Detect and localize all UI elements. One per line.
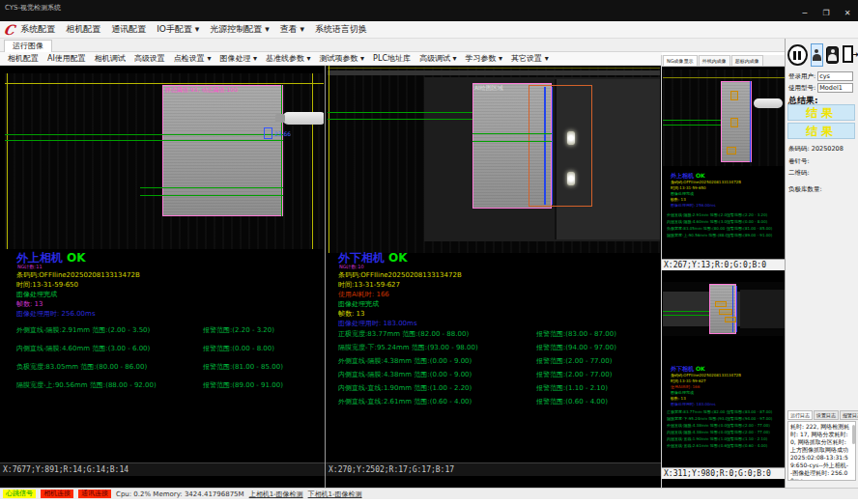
status-bar: 心跳信号 相机连接 通讯连接 Cpu: 0.2% Memory: 3424.41… (0, 488, 858, 499)
threshold-overlay-label: 静态阈值:93, 动态阈值:100 (165, 86, 238, 95)
preview-bottom-barcode: 条码码:OFFIline2025020813313472B (671, 373, 741, 378)
measurement-row: 内侧直线-隔膜:4.38mm 范围:(0.00 - 9.00)报警范围:(2.0… (338, 370, 612, 379)
preview-row: 负极宽度:83.05mm 范围:(80.00 - 86.00)报警范围:(81.… (667, 226, 772, 231)
mid-camera-image[interactable]: AI绘图区域 (328, 66, 660, 253)
tab-run-log[interactable]: 运行日志 (787, 410, 813, 420)
preview-bottom-frames: 帧数: 13 (671, 396, 686, 401)
preview-measure: 隔膜宽度-下:95.24mm 范围:(93.00 - 98.00) (667, 416, 727, 421)
tool-other-settings[interactable]: 其它设置 ▾ (511, 53, 549, 64)
alarm-range: 报警范围:(81.00 - 85.00) (203, 362, 283, 372)
tool-advanced-settings[interactable]: 高级设置 (134, 53, 165, 64)
tab-ng-display[interactable]: NG成像显示 (663, 55, 698, 66)
left-camera-image[interactable]: 静态阈值:93, 动态阈值:100 23.66 (5, 73, 324, 249)
tool-learn-params[interactable]: 学习参数 ▾ (466, 53, 503, 64)
comm-connection-badge: 通讯连接 (78, 490, 111, 498)
maximize-button[interactable]: ❐ (819, 8, 833, 19)
log-tab-strip: 运行日志 设置日志 报警日志 (787, 410, 857, 420)
measurement-value: 负极宽度:83.05mm 范围:(80.00 - 86.00) (16, 362, 203, 372)
preview-bottom-done: 图像处理完成 (671, 390, 694, 395)
app-window: CYS-视觉检测系统 ─ ❐ ✕ C 系统配置 相机配置 通讯配置 IO手配置 … (0, 0, 858, 504)
bottom-camera-status-link[interactable]: 下相机1-图像检测 (308, 490, 362, 499)
preview-alarm: 报警范围:(2.20 - 3.20) (727, 212, 767, 217)
tool-spot-check[interactable]: 点检设置 ▾ (174, 53, 212, 64)
mid-pixel-coordinates: X:270;Y:2502;R:17;G:17;B:17 (326, 462, 661, 476)
measurement-row: 负极宽度:83.05mm 范围:(80.00 - 86.00)报警范围:(81.… (16, 362, 283, 372)
left-ng-note: NG计数:11 (17, 264, 43, 269)
green-measure-line (663, 125, 721, 126)
preview-row: 外侧直线-隔膜:2.91mm 范围:(2.00 - 3.50)报警范围:(2.2… (667, 212, 767, 217)
preview-bottom-ai-time: 使用AI耗时: 166 (671, 384, 700, 389)
top-camera-status-link[interactable]: 上相机1-图像检测 (249, 490, 303, 499)
left-camera-name: 外上相机 (16, 251, 63, 265)
tool-baseline-params[interactable]: 基准线参数 ▾ (266, 53, 311, 64)
separator-region (162, 85, 283, 216)
green-measure-line (140, 195, 283, 196)
green-measure-line (663, 311, 709, 312)
pause-button[interactable] (787, 44, 808, 66)
qr-code-label: 二维码: (788, 169, 810, 178)
login-user-label: 登录用户: (788, 72, 815, 81)
logout-button[interactable]: ➜ (842, 44, 857, 66)
preview-bottom-elapsed: 图像处理用时: 183.00ms (671, 402, 716, 406)
user-button[interactable] (811, 43, 824, 67)
green-measure-line (140, 187, 283, 188)
preview-top-image[interactable] (663, 70, 785, 166)
alarm-range: 报警范围:(2.00 - 77.00) (536, 356, 612, 366)
tab-run-image[interactable]: 运行图像 (4, 40, 52, 52)
tab-alarm-log[interactable]: 报警日志 (840, 410, 858, 420)
tool-plc-library[interactable]: PLC地址库 (373, 53, 411, 64)
preview-top-barcode: 条码码:OFFIline2025020813313472B (671, 180, 741, 184)
preview-measure: 外侧直线-隔膜:2.91mm 范围:(2.00 - 3.50) (667, 212, 727, 217)
panel-divider (325, 66, 326, 488)
menu-camera-config[interactable]: 相机配置 (66, 23, 100, 36)
measurement-value: 隔膜宽度-下:95.24mm 范围:(93.00 - 98.00) (338, 343, 536, 352)
operator-button[interactable] (826, 46, 839, 64)
tool-camera-config[interactable]: 相机配置 (8, 53, 39, 64)
mid-camera-ok-status: OK (388, 251, 408, 265)
tool-ai-config[interactable]: AI使用配置 (47, 53, 86, 64)
result-box-top: 结果 (787, 104, 855, 121)
minimize-button[interactable]: ─ (798, 8, 812, 19)
yellow-guide-vline (329, 66, 329, 253)
result-box-bottom: 结果 (787, 123, 855, 139)
barcode-value-label: 条码码: 20250208 (788, 145, 844, 154)
menu-view[interactable]: 查看 ▾ (280, 23, 304, 36)
tab-outer-line-view[interactable]: 外线内成像 (699, 55, 730, 66)
menu-light-config[interactable]: 光源控制配置 ▾ (210, 23, 269, 36)
preview-row: 正极宽度:83.77mm 范围:(82.00 - 88.00)报警范围:(83.… (667, 409, 772, 414)
ai-detect-rect (529, 85, 592, 207)
tab-overlimit-view[interactable]: 超标内成像 (731, 55, 763, 66)
olive-guide-hline (663, 77, 785, 78)
preview-bottom-time: 时间:13-31-59-627 (671, 378, 706, 383)
cpu-memory-text: Cpu: 0.2% Memory: 3424.41796875M (116, 490, 244, 498)
alarm-range: 报警范围:(2.00 - 77.00) (536, 370, 612, 379)
preview-bottom-image[interactable] (663, 282, 785, 336)
toolbar: 相机配置 AI使用配置 相机调试 高级设置 点检设置 ▾ 图像处理 ▾ 基准线参… (0, 52, 662, 66)
menu-comm-config[interactable]: 通讯配置 (111, 23, 146, 36)
preview-row: 内侧直线-隔膜:4.38mm 范围:(0.00 - 9.00)报警范围:(2.0… (667, 430, 770, 434)
menu-language-switch[interactable]: 系统语言切换 (315, 23, 367, 36)
camera-connection-badge: 相机连接 (41, 490, 73, 498)
log-output[interactable]: 耗时: 222, 网络检测耗时: 17, 网络分发耗时: 0, 网络抓取分区耗时… (787, 421, 856, 481)
model-input[interactable] (817, 83, 853, 93)
ng-marker (730, 118, 738, 127)
menu-io-config[interactable]: IO手配置 ▾ (157, 23, 199, 36)
tool-image-processing[interactable]: 图像处理 ▾ (219, 53, 257, 64)
measurement-value: 外侧直线-直线:2.61mm 范围:(0.60 - 4.00) (338, 397, 536, 406)
measurement-row: 外侧直线-隔膜:2.91mm 范围:(2.00 - 3.50)报警范围:(2.2… (16, 325, 274, 335)
left-barcode-line: 条码码:OFFIline2025020813313472B (16, 270, 140, 280)
close-button[interactable]: ✕ (841, 8, 854, 19)
pause-icon (793, 51, 796, 60)
tool-camera-debug[interactable]: 相机调试 (95, 53, 126, 64)
preview-top-coordinates: X:267;Y:13;R:0;G:0;B:0 (662, 259, 785, 270)
login-user-input[interactable] (817, 71, 853, 81)
tool-test-params[interactable]: 测试项参数 ▾ (320, 53, 365, 64)
measurement-value: 内侧直线-隔膜:4.38mm 范围:(0.00 - 9.00) (338, 370, 536, 379)
alarm-range: 报警范围:(89.00 - 91.00) (203, 380, 283, 390)
log-scrollbar[interactable] (852, 425, 855, 444)
menu-system-config[interactable]: 系统配置 (20, 23, 55, 36)
tab-settings-log[interactable]: 设置日志 (814, 410, 839, 420)
preview-top-ok: OK (696, 172, 705, 179)
tool-advanced-debug[interactable]: 高级调试 ▾ (419, 53, 457, 64)
side-panel: ➜ 登录用户: 使用型号: 总结果: 结果 结果 条码码: 20250208 卷… (785, 39, 858, 488)
